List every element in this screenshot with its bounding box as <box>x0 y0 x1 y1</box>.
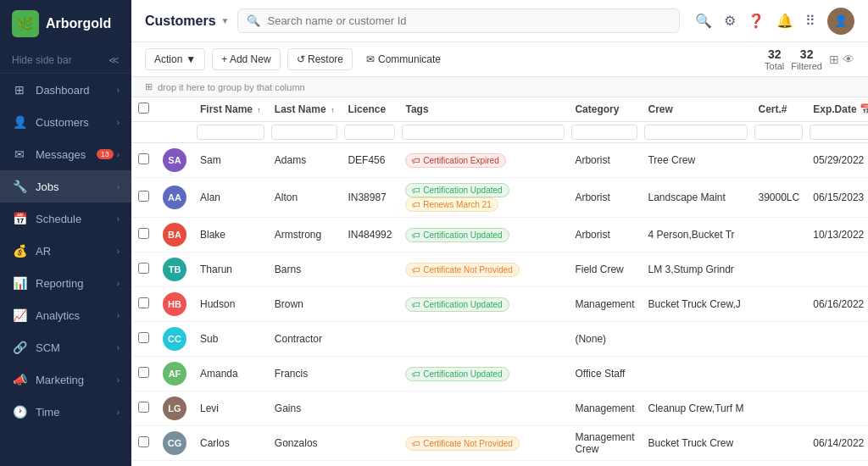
search-bar: 🔍 <box>237 8 680 33</box>
page-title-button[interactable]: Customers ▼ <box>145 14 229 29</box>
col-crew[interactable]: Crew <box>641 97 751 122</box>
row-last-name: Brown <box>268 287 342 322</box>
row-tags: 🏷 Certification Expired <box>398 143 568 178</box>
row-checkbox[interactable] <box>138 263 149 274</box>
sidebar-item-ar[interactable]: 💰 AR › <box>0 235 131 267</box>
sidebar-item-jobs[interactable]: 🔧 Jobs › <box>0 170 131 202</box>
table-row: RG Rita Goswami Field Crew Turf Maint <box>131 461 868 467</box>
add-new-label: + Add New <box>221 53 270 65</box>
badge-messages: 13 <box>97 149 114 159</box>
row-cert <box>751 287 806 322</box>
avatar-7: LG <box>163 397 186 420</box>
restore-button[interactable]: ↺ Restore <box>287 48 353 70</box>
filter-crew-input[interactable] <box>644 125 748 140</box>
sidebar-item-analytics[interactable]: 📈 Analytics › <box>0 299 131 331</box>
topbar-icons: 🔍 ⚙ ❓ 🔔 ⠿ 👤 <box>695 8 854 35</box>
apps-icon[interactable]: ⠿ <box>805 13 815 29</box>
sidebar-item-time[interactable]: 🕐 Time › <box>0 396 131 428</box>
avatar[interactable]: 👤 <box>827 8 854 35</box>
row-checkbox[interactable] <box>138 332 149 343</box>
sidebar-item-dashboard[interactable]: ⊞ Dashboard › <box>0 74 131 106</box>
row-category: Management <box>568 391 641 426</box>
sidebar-item-marketing[interactable]: 📣 Marketing › <box>0 363 131 396</box>
col-exp-date[interactable]: Exp.Date 📅 <box>806 97 868 122</box>
tag: 🏷 Certification Updated <box>405 297 509 312</box>
col-category[interactable]: Category <box>568 97 641 122</box>
grid-view-icon[interactable]: ⊞ <box>829 53 839 66</box>
settings-icon[interactable]: ⚙ <box>724 13 736 29</box>
col-licence[interactable]: Licence <box>341 97 398 122</box>
add-new-button[interactable]: + Add New <box>212 48 280 70</box>
sidebar-icon-dashboard: ⊞ <box>12 82 27 97</box>
filtered-box: 32 Filtered <box>791 47 822 71</box>
row-checkbox[interactable] <box>138 436 149 447</box>
tag: 🏷 Renews March 21 <box>405 197 498 212</box>
filter-first-name-input[interactable] <box>197 125 264 140</box>
row-checkbox[interactable] <box>138 367 149 378</box>
row-avatar-cell: CG <box>156 426 193 461</box>
help-icon[interactable]: ❓ <box>748 13 765 29</box>
sidebar-item-messages[interactable]: ✉ Messages 13 › <box>0 138 131 170</box>
hide-sidebar-icon: ≪ <box>108 54 120 66</box>
row-first-name: Tharun <box>193 252 268 287</box>
sidebar-label-jobs: Jobs <box>36 180 58 193</box>
page-title: Customers <box>145 14 216 29</box>
row-category: Field Crew <box>568 252 641 287</box>
notifications-icon[interactable]: 🔔 <box>776 13 793 29</box>
filter-category-input[interactable] <box>571 125 637 140</box>
row-licence: IN484992 <box>341 218 398 252</box>
action-button[interactable]: Action ▼ <box>145 48 205 70</box>
sidebar-item-customers[interactable]: 👤 Customers › <box>0 106 131 138</box>
row-checkbox-cell <box>131 322 156 357</box>
col-first-name[interactable]: First Name ↑ <box>193 97 268 122</box>
row-crew: Turf Maint <box>641 461 751 467</box>
group-bar: ⊞ drop it here to group by that column <box>131 77 868 97</box>
eye-icon[interactable]: 👁 <box>843 53 854 66</box>
sidebar-item-schedule[interactable]: 📅 Schedule › <box>0 202 131 235</box>
filter-category <box>568 122 641 143</box>
hide-sidebar-button[interactable]: Hide side bar ≪ <box>0 47 131 74</box>
row-avatar-cell: SA <box>156 143 193 178</box>
communicate-button[interactable]: ✉ Communicate <box>359 50 448 69</box>
row-checkbox-cell <box>131 252 156 287</box>
row-checkbox[interactable] <box>138 191 149 202</box>
row-checkbox[interactable] <box>138 402 149 413</box>
avatar-1: AA <box>163 186 186 209</box>
filter-first-name <box>193 122 268 143</box>
sidebar-item-scm[interactable]: 🔗 SCM › <box>0 331 131 363</box>
search-input[interactable] <box>267 14 670 27</box>
filter-exp-date-input[interactable] <box>810 125 868 140</box>
sidebar-item-reporting[interactable]: 📊 Reporting › <box>0 267 131 299</box>
view-icons: ⊞ 👁 <box>829 53 854 66</box>
col-tags[interactable]: Tags <box>398 97 568 122</box>
row-last-name: Gonzalos <box>268 426 342 461</box>
row-avatar-cell: HB <box>156 287 193 322</box>
row-checkbox[interactable] <box>138 297 149 308</box>
row-last-name: Gains <box>268 391 342 426</box>
row-checkbox[interactable] <box>138 228 149 239</box>
chevron-icon-dashboard: › <box>117 86 120 95</box>
row-checkbox[interactable] <box>138 153 149 164</box>
toolbar: Action ▼ + Add New ↺ Restore ✉ Communica… <box>131 42 868 77</box>
row-exp-date: 05/29/2022 <box>806 143 868 178</box>
row-crew <box>641 357 751 391</box>
chevron-icon-schedule: › <box>117 214 120 224</box>
filter-crew <box>641 122 751 143</box>
filtered-count: 32 <box>791 47 822 61</box>
table-row: TB Tharun Barns 🏷 Certificate Not Provid… <box>131 252 868 287</box>
search-icon: 🔍 <box>247 14 260 27</box>
topbar: Customers ▼ 🔍 🔍 ⚙ ❓ 🔔 ⠿ 👤 <box>131 0 868 42</box>
filter-tags-input[interactable] <box>402 125 565 140</box>
row-avatar-cell: AF <box>156 357 193 391</box>
filter-cert-input[interactable] <box>754 125 803 140</box>
row-category: Office Staff <box>568 357 641 391</box>
row-first-name: Sam <box>193 143 268 178</box>
search-icon[interactable]: 🔍 <box>695 13 712 29</box>
col-cert[interactable]: Cert.# <box>751 97 806 122</box>
col-last-name[interactable]: Last Name ↑ <box>268 97 342 122</box>
filter-licence-input[interactable] <box>344 125 395 140</box>
sidebar-icon-reporting: 📊 <box>12 275 27 291</box>
select-all-checkbox[interactable] <box>138 103 149 114</box>
row-cert <box>751 143 806 178</box>
filter-last-name-input[interactable] <box>271 125 338 140</box>
